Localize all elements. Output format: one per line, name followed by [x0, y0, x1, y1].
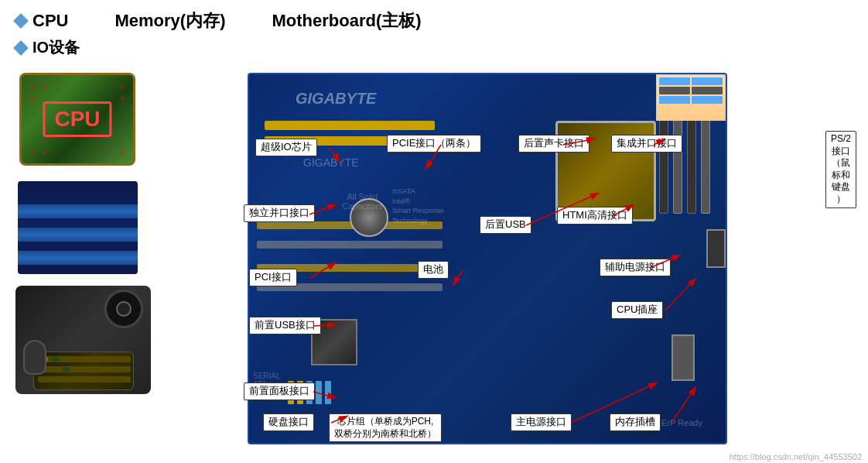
front-usb-label: 前置USB接口: [249, 317, 321, 334]
svg-rect-10: [38, 376, 131, 382]
svg-rect-9: [38, 366, 131, 372]
io-shield: [656, 74, 726, 121]
svg-rect-13: [62, 367, 70, 372]
cpu-header-item: CPU: [15, 11, 68, 31]
svg-point-6: [43, 150, 47, 155]
svg-rect-12: [51, 357, 59, 362]
svg-point-7: [120, 150, 125, 155]
motherboard-header-item: Motherboard(主板): [272, 9, 421, 33]
erp-label: ErP Ready: [661, 418, 702, 427]
htmi-label: HTMI高清接口: [557, 207, 633, 225]
cpu-label: CPU: [32, 11, 68, 31]
ram-strip-1: [18, 204, 138, 218]
memory-label: Memory(内存): [114, 9, 225, 33]
memory-header-item: Memory(内存): [114, 9, 225, 33]
ram-image: [15, 177, 139, 278]
ps2-label: PS/2 接口 （鼠 标和 键盘 ）: [825, 131, 856, 208]
io-diamond-icon: [13, 40, 29, 56]
hdd-label: 硬盘接口: [263, 413, 314, 431]
aux-power-label: 辅助电源接口: [600, 259, 671, 276]
motherboard-label: Motherboard(主板): [272, 9, 421, 33]
pci-slot-2: [257, 241, 443, 249]
left-panel: [8, 61, 178, 452]
ram-strip-3: [18, 251, 138, 265]
chipset-label: 芯片组（单桥成为PCH, 双桥分别为南桥和北桥）: [329, 413, 442, 442]
io-devices-image: [15, 286, 151, 394]
motherboard-area: GIGABYTE FCGIGABYTE All SolidCapacitors …: [186, 61, 860, 452]
super-io-label: 超级IO芯片: [255, 139, 317, 156]
gigabyte-logo: GIGABYTE: [296, 90, 376, 108]
header: CPU Memory(内存) Motherboard(主板): [0, 0, 868, 36]
all-solid-label: All SolidCapacitors: [342, 192, 383, 211]
svg-point-0: [31, 84, 36, 89]
pci-label: PCI接口: [249, 269, 297, 286]
sub-header: IO设备: [0, 36, 868, 61]
front-panel-label: 前置面板接口: [244, 382, 315, 400]
mouse-visual: [23, 340, 46, 375]
cpu-slot-label: CPU插座: [611, 301, 663, 319]
ram-strip-2: [18, 228, 138, 242]
main-area: GIGABYTE FCGIGABYTE All SolidCapacitors …: [0, 61, 868, 452]
io-label: IO设备: [32, 37, 80, 58]
msata-label: mSATAIntel®Smart ResponseTechnology: [392, 187, 444, 225]
keyboard-visual: [33, 352, 134, 390]
svg-point-2: [31, 96, 36, 101]
cpu-image: [15, 69, 139, 170]
watermark: https://blog.csdn.net/qin_44553502: [730, 452, 862, 461]
power-connector-visual: [706, 229, 726, 268]
svg-point-3: [120, 84, 125, 89]
cpu-diamond-icon: [13, 13, 29, 29]
io-visual: [15, 286, 151, 394]
main-power-label: 主电源接口: [511, 413, 572, 431]
ram-slot-label: 内存插槽: [610, 413, 661, 431]
pcie-slot-1: [265, 121, 435, 130]
rear-sound-label: 后置声卡接口: [518, 135, 589, 153]
pcie-label: PCIE接口（两条）: [387, 135, 481, 153]
svg-point-4: [120, 96, 125, 101]
headset-visual: [104, 290, 143, 328]
cpu-chip-visual: [19, 73, 135, 166]
ram-visual: [18, 181, 138, 274]
parallel-integrated-label: 集成并口接口: [611, 135, 682, 153]
main-power-visual: [672, 334, 695, 381]
svg-point-1: [43, 84, 47, 89]
svg-point-5: [31, 150, 36, 155]
rear-usb-label: 后置USB: [480, 216, 531, 234]
standalone-parallel-label: 独立并口接口: [244, 204, 315, 222]
battery-label: 电池: [418, 261, 449, 279]
